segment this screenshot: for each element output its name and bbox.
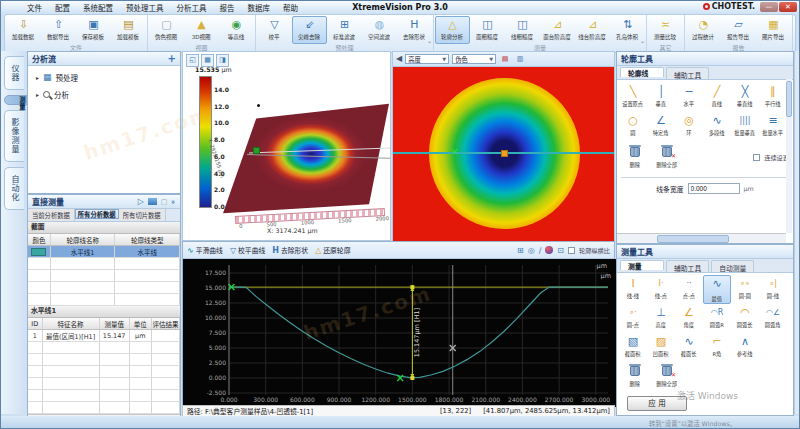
tool-button[interactable]: ≡批量水平 — [759, 112, 787, 141]
tool-tab[interactable]: 辅助工具 — [666, 260, 709, 272]
tool-button[interactable]: ◎环 — [675, 112, 703, 141]
group-expand-icon[interactable]: ⌄ — [640, 37, 645, 44]
tool-tab[interactable]: 测量 — [620, 260, 664, 270]
menu-item[interactable]: 报告 — [220, 2, 235, 13]
expand-arrow-icon[interactable]: ▸ — [36, 91, 39, 98]
pseudo-color-image[interactable]: ✕ — [393, 67, 614, 241]
tool-button[interactable]: I·线-点 — [647, 275, 675, 304]
collapse-chevron-icon[interactable]: » — [170, 199, 178, 204]
tool-button[interactable]: ╳垂直线 — [731, 83, 759, 112]
ribbon-button[interactable]: △轮廓分析 — [435, 16, 470, 44]
tool-button[interactable]: ─水平 — [675, 83, 703, 112]
run-icon[interactable]: ▷ — [138, 197, 144, 206]
ribbon-button[interactable]: ◔过程统计 — [686, 16, 721, 44]
grid-red-icon[interactable]: ▤ — [499, 53, 511, 65]
fit-view-icon[interactable]: ⊡ — [557, 246, 564, 255]
table-row-empty[interactable] — [28, 282, 180, 294]
ribbon-button[interactable]: ▦图片导出 — [756, 16, 791, 44]
table-row-empty[interactable] — [28, 342, 180, 354]
zoom-box-icon[interactable]: ⊞ — [517, 246, 524, 255]
chart-tool-button[interactable]: △还原轮廓 — [315, 245, 350, 255]
menu-item[interactable]: 分析工具 — [177, 2, 207, 13]
layer-select[interactable]: 高度▼ — [405, 54, 449, 64]
table-row[interactable]: 水平线1水平线 — [28, 246, 180, 258]
tool-button[interactable]: ▧截面积 — [619, 333, 647, 362]
continuous-set-checkbox[interactable] — [753, 154, 760, 161]
aspect-ratio-checkbox[interactable] — [568, 247, 575, 254]
ribbon-button[interactable]: ▽校平 — [257, 16, 292, 44]
delete-tool-button[interactable]: 删除 — [621, 143, 649, 172]
delete-tool-button[interactable]: 删除 — [621, 362, 649, 391]
table-row-empty[interactable] — [28, 402, 180, 414]
ribbon-button[interactable]: ⊿线台阶高度 — [575, 16, 610, 44]
chart-tool-button[interactable]: ▽校平曲线 — [230, 245, 265, 255]
tool-button[interactable]: ∥平行线 — [759, 83, 787, 112]
ribbon-button[interactable]: ⊿面台阶高度 — [540, 16, 575, 44]
delete-tool-button[interactable]: 删除全部 — [653, 362, 681, 391]
sidebar-tab-3[interactable]: 影像测量 — [4, 110, 24, 162]
ribbon-button[interactable]: ◫面粗糙度 — [470, 16, 505, 44]
tool-button[interactable]: ▨凹面积 — [647, 333, 675, 362]
colormap-select[interactable]: 伪色▼ — [452, 54, 496, 64]
table-row-empty[interactable] — [28, 354, 180, 366]
delete-tool-button[interactable]: 删除全部 — [653, 143, 681, 172]
data-tab[interactable]: 所有切片数据 — [119, 209, 166, 221]
ribbon-button[interactable]: ≍测量比较 — [648, 16, 683, 44]
view-3d[interactable]: ◱ ▦ ◨ 15.535 μm 14.012.010.08.06.04.02.0… — [182, 51, 391, 241]
group-expand-icon[interactable]: ⌄ — [427, 37, 432, 44]
menu-item[interactable]: 帮助 — [283, 2, 298, 13]
expand-arrow-icon[interactable]: ▸ — [36, 74, 39, 81]
table-row[interactable]: 1最值(区间1)[H1]15.147μm — [28, 330, 180, 342]
back-chevron-icon[interactable]: ◀ — [396, 54, 402, 64]
ribbon-button[interactable]: ▱报告导出 — [721, 16, 756, 44]
close-button[interactable]: ✕ — [779, 2, 797, 12]
menu-item[interactable]: 数据库 — [248, 2, 271, 13]
minimize-button[interactable]: — — [760, 2, 778, 12]
ribbon-button[interactable]: ◍空间滤波 — [362, 16, 397, 44]
tool-button[interactable]: ∿多段线 — [703, 112, 731, 141]
ribbon-button[interactable]: ⇙尖峰去除 — [292, 16, 327, 44]
table-row-empty[interactable] — [28, 258, 180, 270]
panel-scrollbar[interactable] — [794, 51, 800, 414]
pen-icon[interactable]: ∕ — [539, 246, 542, 255]
table-row-empty[interactable] — [28, 294, 180, 306]
table-row-empty[interactable] — [28, 378, 180, 390]
tool-button[interactable]: ∘∘圆-圆 — [731, 275, 759, 304]
grid-blue-icon[interactable]: ▥ — [514, 53, 526, 65]
table-row-empty[interactable] — [28, 270, 180, 282]
menu-item[interactable]: 系统配置 — [83, 2, 113, 13]
vertical-scrollbar[interactable] — [786, 79, 792, 233]
ribbon-button[interactable]: ⇩加载数据 — [6, 16, 41, 44]
add-flow-step-button[interactable]: + — [168, 53, 176, 64]
menu-item[interactable]: 配置 — [55, 2, 70, 13]
tool-button[interactable]: ··点-点 — [675, 275, 703, 304]
ribbon-button[interactable]: ▣保存模板 — [76, 16, 111, 44]
tool-button[interactable]: ∘·圆-点 — [619, 304, 647, 333]
ribbon-button[interactable]: ◫线粗糙度 — [505, 16, 540, 44]
zoom-cursor-icon[interactable]: ◎ — [528, 246, 535, 255]
table-row-empty[interactable] — [28, 390, 180, 402]
tool-button[interactable]: │垂直 — [647, 83, 675, 112]
tool-button[interactable]: ∿最值 — [703, 275, 731, 304]
data-tab[interactable]: 当前分析数据 — [28, 209, 75, 221]
tool-button[interactable]: ○圆 — [619, 112, 647, 141]
tool-tab[interactable]: 自动测量 — [711, 260, 754, 272]
tool-tab[interactable]: 辅助工具 — [666, 67, 709, 79]
tool-button[interactable]: ||||批量垂直 — [731, 112, 759, 141]
tool-button[interactable]: ⊥高度 — [647, 304, 675, 333]
tool-button[interactable]: ∠角度 — [675, 304, 703, 333]
profile-chart[interactable]: 17.50015.00012.50010.0007.5005.0002.5000… — [183, 259, 616, 407]
tool-button[interactable]: ∠特定角 — [647, 112, 675, 141]
snapshot-icon[interactable] — [148, 198, 157, 205]
stop-icon[interactable]: ▢ — [161, 198, 168, 206]
tool-button[interactable]: ╲设置原点 — [619, 83, 647, 112]
sidebar-tab-1[interactable]: 仪器 — [4, 56, 24, 90]
tool-button[interactable]: ∘|圆-线 — [759, 275, 787, 304]
tool-tab[interactable]: 轮廓线 — [620, 67, 664, 77]
horizontal-scrollbar[interactable] — [617, 233, 786, 243]
chart-tool-button[interactable]: ∿平滑曲线 — [187, 245, 223, 255]
tool-button[interactable]: ∧参考线 — [731, 333, 759, 362]
tool-button[interactable]: ∿截面长 — [675, 333, 703, 362]
line-width-input[interactable] — [688, 183, 740, 194]
ribbon-button[interactable]: ▲3D视图 — [184, 16, 219, 44]
